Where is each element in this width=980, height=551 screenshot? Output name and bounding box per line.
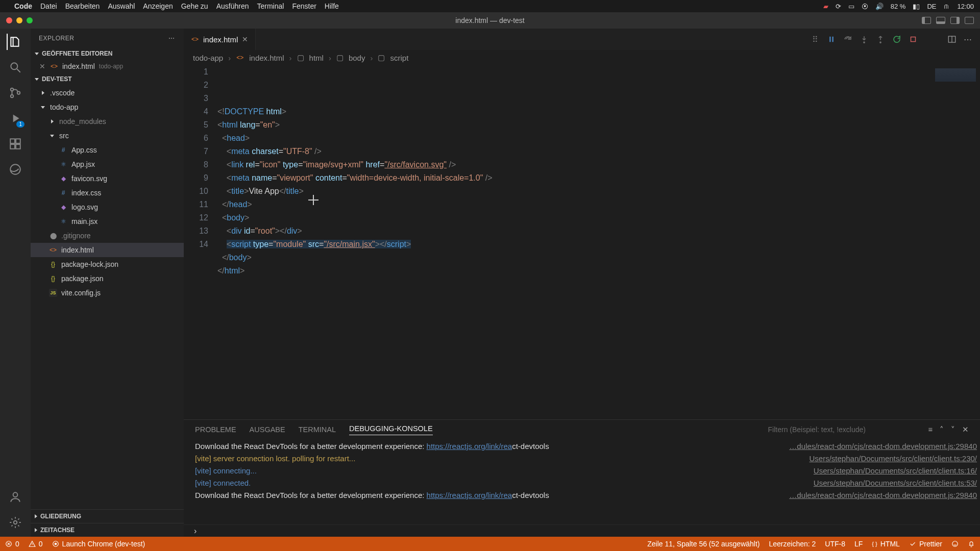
debug-stepinto-icon[interactable] xyxy=(860,35,869,44)
tree-folder-vscode[interactable]: .vscode xyxy=(31,86,184,100)
status-volume-icon[interactable]: 🔊 xyxy=(875,3,884,10)
minimap[interactable] xyxy=(924,65,980,419)
menu-edit[interactable]: Bearbeiten xyxy=(65,2,100,10)
menu-run[interactable]: Ausführen xyxy=(216,2,249,10)
breadcrumb-item[interactable]: script xyxy=(390,54,408,62)
activity-explorer[interactable] xyxy=(7,34,23,50)
status-launch-config[interactable]: Launch Chrome (dev-test) xyxy=(52,540,145,548)
menu-select[interactable]: Auswahl xyxy=(108,2,135,10)
outline-section[interactable]: GLIEDERUNG xyxy=(31,509,184,523)
tree-file[interactable]: {}package.json xyxy=(31,271,184,286)
activity-account[interactable] xyxy=(7,489,23,505)
activity-extensions[interactable] xyxy=(7,136,23,152)
status-language[interactable]: { } HTML xyxy=(872,540,900,548)
traffic-lights[interactable] xyxy=(6,17,33,23)
debug-stepover-icon[interactable] xyxy=(843,35,852,44)
split-editor-icon[interactable] xyxy=(947,35,957,44)
editor-tab[interactable]: <> index.html ✕ xyxy=(184,29,256,50)
tree-file[interactable]: ⚛main.jsx xyxy=(31,214,184,229)
menu-help[interactable]: Hilfe xyxy=(325,2,339,10)
debug-stop-icon[interactable] xyxy=(909,35,918,44)
panel-tab-debug-console[interactable]: DEBUGGING-KONSOLE xyxy=(349,424,433,435)
close-window-icon[interactable] xyxy=(6,17,12,23)
menu-file[interactable]: Datei xyxy=(40,2,57,10)
debug-drag-handle-icon[interactable]: ⠿ xyxy=(811,35,820,44)
status-record-icon[interactable]: ▰ xyxy=(823,3,828,10)
tree-file-index-html[interactable]: <>index.html xyxy=(31,243,184,257)
panel-tab-output[interactable]: AUSGABE xyxy=(250,425,285,434)
open-editors-header[interactable]: GEÖFFNETE EDITOREN xyxy=(31,48,184,59)
status-eol[interactable]: LF xyxy=(854,540,863,548)
status-prettier[interactable]: Prettier xyxy=(909,540,942,548)
panel-tab-terminal[interactable]: TERMINAL xyxy=(299,425,336,434)
menu-goto[interactable]: Gehe zu xyxy=(181,2,208,10)
debug-console-input[interactable]: › xyxy=(184,524,980,537)
status-feedback-icon[interactable] xyxy=(951,540,959,547)
panel-tab-problems[interactable]: PROBLEME xyxy=(195,425,236,434)
panel-close-icon[interactable]: ✕ xyxy=(962,425,969,434)
breadcrumb-item[interactable]: body xyxy=(349,54,365,62)
tree-folder-node-modules[interactable]: node_modules xyxy=(31,114,184,129)
workspace-header[interactable]: DEV-TEST xyxy=(31,73,184,85)
panel-minimize-icon[interactable]: ˅ xyxy=(951,425,955,434)
zoom-window-icon[interactable] xyxy=(27,17,33,23)
close-tab-icon[interactable]: ✕ xyxy=(242,35,248,43)
activity-edge[interactable] xyxy=(7,161,23,178)
tree-file[interactable]: ⬤.gitignore xyxy=(31,229,184,243)
code-editor[interactable]: 1234567891011121314 <!DOCTYPE html><html… xyxy=(184,65,980,419)
window-titlebar[interactable]: index.html — dev-test xyxy=(0,12,980,29)
tree-file[interactable]: {}package-lock.json xyxy=(31,257,184,271)
layout-customize-icon[interactable] xyxy=(965,17,974,24)
tree-folder-src[interactable]: src xyxy=(31,129,184,143)
activity-search[interactable] xyxy=(7,59,23,76)
activity-settings[interactable] xyxy=(7,514,23,531)
layout-sidebar-left-icon[interactable] xyxy=(922,17,931,24)
tree-file[interactable]: #App.css xyxy=(31,143,184,157)
panel-filter-icon[interactable]: ≡ xyxy=(928,425,933,434)
status-sync-icon[interactable]: ⟳ xyxy=(836,3,841,10)
tree-file[interactable]: JSvite.config.js xyxy=(31,286,184,300)
panel-maximize-icon[interactable]: ˄ xyxy=(940,425,944,434)
status-cursor-position[interactable]: Zeile 11, Spalte 56 (52 ausgewählt) xyxy=(647,540,760,548)
panel-filter-input[interactable] xyxy=(768,425,921,434)
tree-folder-todo-app[interactable]: todo-app xyxy=(31,100,184,114)
status-indent[interactable]: Leerzeichen: 2 xyxy=(769,540,816,548)
editor-more-icon[interactable]: ⋯ xyxy=(964,35,973,44)
status-controlcenter-icon[interactable]: ⫙ xyxy=(943,3,950,10)
debug-console-output[interactable]: Download the React DevTools for a better… xyxy=(184,439,980,524)
code-content[interactable]: <!DOCTYPE html><html lang="en"> <head> <… xyxy=(217,65,924,419)
timeline-section[interactable]: ZEITACHSE xyxy=(31,523,184,537)
open-editor-item[interactable]: ✕ <> index.html todo-app xyxy=(31,59,184,73)
status-battery-icon[interactable]: ▮▯ xyxy=(913,3,920,10)
status-display-icon[interactable]: ▭ xyxy=(848,3,854,10)
status-bell-icon[interactable] xyxy=(968,540,975,547)
menu-window[interactable]: Fenster xyxy=(292,2,316,10)
status-encoding[interactable]: UTF-8 xyxy=(825,540,845,548)
debug-restart-icon[interactable] xyxy=(892,35,901,44)
app-name[interactable]: Code xyxy=(14,2,32,10)
debug-pause-icon[interactable] xyxy=(827,35,836,44)
menu-view[interactable]: Anzeigen xyxy=(143,2,173,10)
tree-file[interactable]: ◆favicon.svg xyxy=(31,171,184,186)
close-editor-icon[interactable]: ✕ xyxy=(39,62,46,70)
line-number-gutter: 1234567891011121314 xyxy=(184,65,217,419)
layout-panel-bottom-icon[interactable] xyxy=(936,17,945,24)
menu-terminal[interactable]: Terminal xyxy=(257,2,284,10)
tree-file[interactable]: ◆logo.svg xyxy=(31,200,184,214)
debug-stepout-icon[interactable] xyxy=(876,35,885,44)
tree-file[interactable]: #index.css xyxy=(31,186,184,200)
breadcrumb-item[interactable]: html xyxy=(309,54,324,62)
activity-scm[interactable] xyxy=(7,85,23,101)
activity-debug[interactable]: 1 xyxy=(7,110,23,127)
breadcrumb-item[interactable]: todo-app xyxy=(193,54,223,62)
status-warnings[interactable]: 0 xyxy=(29,540,43,548)
status-input-lang[interactable]: DE xyxy=(927,3,936,10)
breadcrumbs[interactable]: todo-app› <> index.html› ▢ html› ▢ body›… xyxy=(184,50,980,65)
status-errors[interactable]: 0 xyxy=(5,540,19,548)
layout-sidebar-right-icon[interactable] xyxy=(950,17,960,24)
breadcrumb-item[interactable]: index.html xyxy=(249,54,284,62)
explorer-more-icon[interactable]: ⋯ xyxy=(168,35,176,42)
tree-file[interactable]: ⚛App.jsx xyxy=(31,157,184,171)
status-wifi-icon[interactable]: ⦿ xyxy=(862,3,868,10)
minimize-window-icon[interactable] xyxy=(16,17,22,23)
